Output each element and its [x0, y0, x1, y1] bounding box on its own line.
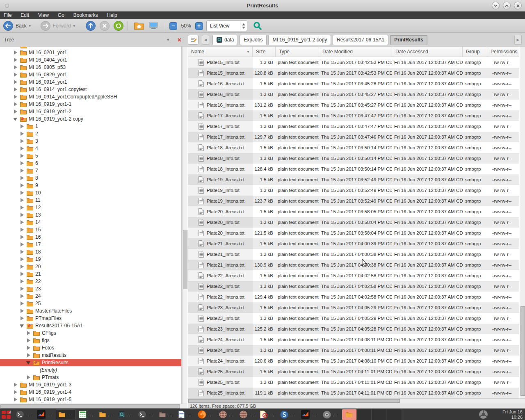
sidebar-close-icon[interactable]: ✕: [177, 37, 182, 43]
path-scroll-right[interactable]: ▶: [514, 35, 522, 45]
tree-item-mi-16-0914-yor1corrupuptedapplessh[interactable]: MI 16_0914_yor1CorrupuptedAppleSSH: [0, 93, 181, 100]
tree-item-ptmats[interactable]: PTmats: [0, 374, 181, 381]
table-row[interactable]: Plate21_Areas.txt1.5 kBplain text docume…: [188, 238, 519, 249]
expander-collapsed-icon[interactable]: [20, 309, 24, 313]
tree-item-17[interactable]: 17: [0, 241, 181, 248]
expander-collapsed-icon[interactable]: [14, 390, 18, 394]
expander-collapsed-icon[interactable]: [27, 375, 31, 379]
expander-collapsed-icon[interactable]: [14, 73, 18, 77]
tree-item-1[interactable]: 1: [0, 123, 181, 130]
taskbar-window-app-blue[interactable]: ...: [278, 409, 298, 420]
breadcrumb-expjobs[interactable]: ExpJobs: [240, 35, 267, 45]
column-header-date-accessed[interactable]: Date Accessed: [392, 47, 463, 57]
expander-collapsed-icon[interactable]: [20, 146, 24, 151]
expander-collapsed-icon[interactable]: [27, 331, 31, 335]
table-row[interactable]: Plate25_Intens.txt119.1 kBplain text doc…: [188, 388, 519, 398]
applications-menu-button[interactable]: [0, 409, 13, 420]
tree-item-mi-16-0404-yor1[interactable]: MI 16_0404_yor1: [0, 56, 181, 64]
expander-collapsed-icon[interactable]: [20, 169, 24, 173]
tree-item-9[interactable]: 9: [0, 182, 181, 189]
table-row[interactable]: Plate20_Info.txt1.3 kBplain text documen…: [188, 217, 519, 228]
taskbar-window-folder[interactable]: ...: [56, 409, 75, 420]
table-row[interactable]: Plate18_Intens.txt128.4 kBplain text doc…: [188, 164, 519, 174]
view-mode-stepper[interactable]: [240, 21, 247, 31]
path-scroll-left[interactable]: ◀: [202, 35, 209, 45]
expander-collapsed-icon[interactable]: [14, 87, 18, 91]
tree-item-19[interactable]: 19: [0, 256, 181, 263]
breadcrumb-mi-16_0919_yor1-2-copy[interactable]: MI 16_0919_yor1-2 copy: [268, 35, 331, 45]
tree-item-2[interactable]: 2: [0, 130, 181, 137]
back-dropdown[interactable]: ▼: [28, 24, 32, 28]
tree-item-ptmapfiles[interactable]: PTmapFiles: [0, 315, 181, 322]
refresh-button[interactable]: [114, 21, 123, 31]
expander-collapsed-icon[interactable]: [20, 183, 24, 187]
column-header-group[interactable]: Group: [463, 47, 487, 57]
taskbar-window-calc[interactable]: ...: [76, 409, 96, 420]
tree-item-16[interactable]: 16: [0, 233, 181, 241]
tree-item-15[interactable]: 15: [0, 226, 181, 233]
table-row[interactable]: Plate21_Intens.txt130.9 kBplain text doc…: [188, 260, 519, 270]
menu-file[interactable]: File: [0, 11, 16, 19]
tree-item--empty-[interactable]: (Empty): [0, 366, 181, 374]
taskbar-window-terminal[interactable]: ...: [13, 409, 34, 420]
expander-collapsed-icon[interactable]: [20, 242, 24, 247]
window-menu-icon[interactable]: [5, 4, 9, 8]
tree-horizontal-scrollbar[interactable]: [0, 404, 187, 409]
tree-item-masterplatefiles[interactable]: MasterPlateFiles: [0, 307, 181, 315]
column-header-type[interactable]: Type: [276, 47, 319, 57]
breadcrumb-results2017-06-15a1[interactable]: Results2017-06-15A1: [333, 35, 388, 45]
tree-item-cffigs[interactable]: CFfigs: [0, 329, 181, 337]
table-row[interactable]: Plate24_Info.txt1.3 kBplain text documen…: [188, 345, 519, 356]
title-bar[interactable]: PrintResults: [0, 0, 525, 11]
workspace-3[interactable]: [372, 409, 386, 420]
tree-item-mi-16-0919-yor1-1[interactable]: MI 16_0919_yor1-1: [0, 100, 181, 108]
taskbar-window-matlab[interactable]: ...: [34, 409, 55, 420]
expander-collapsed-icon[interactable]: [20, 191, 24, 195]
table-row[interactable]: Plate25_Areas.txt1.5 kBplain text docume…: [188, 366, 519, 377]
home-button[interactable]: [134, 22, 144, 30]
taskbar-window-globe[interactable]: ...: [217, 409, 236, 420]
tree-item-mi-16-0829-yor1[interactable]: MI 16_0829_yor1: [0, 71, 181, 78]
up-button[interactable]: [86, 21, 96, 31]
taskbar-window-matlab[interactable]: ...: [299, 409, 319, 420]
list-horizontal-scrollbar[interactable]: [188, 398, 525, 403]
taskbar-window-folder-brown[interactable]: ...: [157, 409, 175, 420]
taskbar-window-firefox[interactable]: ...: [195, 409, 216, 420]
tree-item-7[interactable]: 7: [0, 167, 181, 174]
breadcrumb-printresults[interactable]: PrintResults: [390, 35, 427, 45]
forward-button[interactable]: Forward: [41, 21, 73, 31]
table-row[interactable]: Plate16_Areas.txt1.5 kBplain text docume…: [188, 78, 519, 89]
expander-collapsed-icon[interactable]: [20, 220, 24, 224]
taskbar-window-folder[interactable]: ...: [97, 409, 115, 420]
expander-expanded-icon[interactable]: [14, 117, 18, 121]
tree-hscroll-thumb[interactable]: [0, 404, 180, 409]
expander-expanded-icon[interactable]: [20, 324, 24, 328]
breadcrumb-data[interactable]: data: [212, 35, 238, 45]
table-row[interactable]: Plate21_Info.txt1.3 kBplain text documen…: [188, 249, 519, 260]
tree-item-mi-16-0914-yor1[interactable]: MI 16_0914_yor1: [0, 78, 181, 86]
expander-collapsed-icon[interactable]: [20, 235, 24, 239]
table-row[interactable]: Plate19_Areas.txt1.5 kBplain text docume…: [188, 174, 519, 185]
expander-collapsed-icon[interactable]: [14, 80, 18, 84]
expander-collapsed-icon[interactable]: [20, 228, 24, 232]
expander-collapsed-icon[interactable]: [20, 176, 24, 180]
column-header-date-modified[interactable]: Date Modified: [319, 47, 392, 57]
expander-collapsed-icon[interactable]: [14, 102, 18, 106]
list-vscroll-thumb[interactable]: [520, 306, 525, 396]
edit-path-toggle[interactable]: [188, 35, 199, 45]
expander-collapsed-icon[interactable]: [20, 250, 24, 254]
tree-item-14[interactable]: 14: [0, 219, 181, 226]
list-hscroll-thumb[interactable]: [188, 399, 400, 403]
table-row[interactable]: Plate22_Info.txt1.3 kBplain text documen…: [188, 281, 519, 292]
tree-item-mi-16-0914-yor1-copytest[interactable]: MI 16_0914_yor1 copytest: [0, 86, 181, 93]
table-row[interactable]: Plate18_Info.txt1.3 kBplain text documen…: [188, 153, 519, 164]
menu-help[interactable]: Help: [103, 11, 122, 19]
tree-item-printresults[interactable]: PrintResults: [0, 359, 181, 366]
taskbar-window-camera[interactable]: ...: [320, 409, 340, 420]
zoom-in-button[interactable]: +: [195, 22, 203, 30]
menu-view[interactable]: View: [34, 11, 53, 19]
column-header-name[interactable]: Name▼: [188, 47, 253, 57]
tree-item-mi-16-0919-yor1-3[interactable]: MI 16_0919_yor1-3: [0, 381, 181, 388]
close-button[interactable]: [514, 2, 522, 9]
expander-collapsed-icon[interactable]: [27, 353, 31, 357]
